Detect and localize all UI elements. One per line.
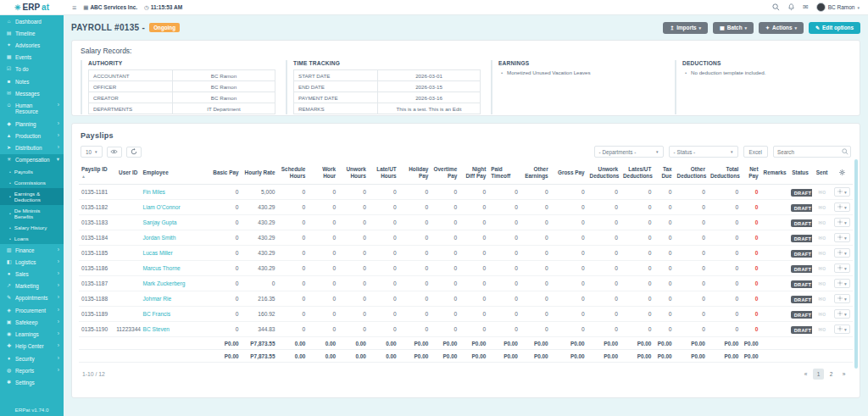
sidebar-item[interactable]: ▦ Events: [0, 52, 64, 64]
search-icon[interactable]: [772, 3, 780, 11]
pagination-next-button[interactable]: »: [838, 369, 849, 380]
col-unwork-deductions[interactable]: Unwork Deductions: [587, 164, 620, 185]
col-total-deductions[interactable]: Total Deductions: [708, 164, 741, 185]
col-user-id[interactable]: User ID: [114, 164, 140, 185]
row-options-button[interactable]: ▾: [834, 248, 850, 258]
col-net-pay[interactable]: Net Pay: [741, 164, 760, 185]
sidebar-sub-item[interactable]: • Earnings & Deductions: [0, 188, 64, 205]
col-schedule-hours[interactable]: Schedule Hours: [277, 164, 308, 185]
pagination-page-2[interactable]: 2: [826, 369, 837, 380]
payslip-row[interactable]: 0135-1185 Lucas Miller 0 430.29 0 0 0 0 …: [79, 246, 853, 261]
row-options-button[interactable]: ▾: [834, 294, 850, 303]
sidebar-item[interactable]: ◉ Learnings ›: [0, 329, 64, 341]
sidebar-sub-item[interactable]: • Loans: [0, 233, 64, 244]
employee-link[interactable]: Lucas Miller: [143, 250, 173, 256]
page-size-select[interactable]: 10▾: [81, 146, 103, 158]
sidebar-item[interactable]: ↗ Marketing ›: [0, 280, 64, 292]
employee-link[interactable]: Jordan Smith: [143, 235, 176, 241]
col-sent[interactable]: Sent: [812, 164, 831, 185]
payslip-row[interactable]: 0135-1184 Jordan Smith 0 430.29 0 0 0 0 …: [79, 230, 853, 246]
sidebar-sub-item[interactable]: • De Minimis Benefits: [0, 205, 64, 222]
col-holiday-pay[interactable]: Holiday Pay: [399, 164, 431, 185]
pagination-page-1[interactable]: 1: [813, 369, 824, 380]
col-overtime-pay[interactable]: Overtime Pay: [431, 164, 459, 185]
row-options-button[interactable]: ▾: [834, 279, 850, 288]
sidebar-item[interactable]: ✉ Messages: [0, 87, 64, 99]
col-other-deductions[interactable]: Other Deductions: [675, 164, 708, 185]
sidebar-item[interactable]: ♦ Security ›: [0, 352, 64, 364]
notifications-bell-icon[interactable]: [787, 3, 795, 11]
col-late-ut-hours[interactable]: Late/UT Hours: [369, 164, 399, 185]
payslip-row[interactable]: 0135-1188 Johmar Rie 0 216.35 0 0 0 0 0 …: [79, 291, 853, 307]
row-options-button[interactable]: ▾: [834, 233, 850, 242]
row-options-button[interactable]: ▾: [834, 202, 850, 212]
actions-button[interactable]: ✦ Actions▾: [759, 22, 804, 34]
status-filter-select[interactable]: - Status -▾: [669, 146, 738, 158]
row-options-button[interactable]: ▾: [834, 309, 850, 319]
payslip-row[interactable]: 0135-1181 Fin Miles 0 5,000 0 0 0 0 0 0 …: [79, 185, 853, 200]
row-options-button[interactable]: ▾: [834, 263, 850, 273]
sidebar-item[interactable]: ◈ Procurement ›: [0, 304, 64, 316]
table-scrollbar[interactable]: [854, 159, 858, 369]
sidebar-item[interactable]: ⌂ Dashboard: [0, 15, 64, 27]
excel-export-button[interactable]: Excel: [743, 146, 768, 158]
col-unwork-hours[interactable]: Unwork Hours: [338, 164, 369, 185]
sidebar-item[interactable]: ■ Notes: [0, 75, 64, 87]
col-hourly-rate[interactable]: Hourly Rate: [242, 164, 278, 185]
col-paid-timeoff[interactable]: Paid Timeoff: [488, 164, 520, 185]
employee-link[interactable]: Johmar Rie: [143, 296, 172, 302]
sidebar-item[interactable]: ◧ Logistics ›: [0, 256, 64, 268]
col-payslip-id[interactable]: Payslip ID ▲: [79, 164, 114, 185]
col-employee[interactable]: Employee: [141, 164, 203, 185]
sidebar-item[interactable]: ☑ To do: [0, 64, 64, 75]
payslip-row[interactable]: 0135-1190 11223344 BC Steven 0 344.83 0 …: [79, 322, 853, 337]
sidebar-item[interactable]: ● Sales ›: [0, 269, 64, 280]
payslip-row[interactable]: 0135-1182 Liam O'Connor 0 430.29 0 0 0 0…: [79, 200, 853, 215]
col-lates-ut-deductions[interactable]: Lates/UT Deductions: [620, 164, 654, 185]
col-other-earnings[interactable]: Other Earnings: [520, 164, 551, 185]
payslip-row[interactable]: 0135-1187 Mark Zuckerberg 0 0 0 0 0 0 0 …: [79, 276, 853, 291]
col-night-diff-pay[interactable]: Night Diff Pay: [459, 164, 488, 185]
sidebar-sub-item[interactable]: • Payrolls: [0, 166, 64, 177]
col-basic-pay[interactable]: Basic Pay: [203, 164, 242, 185]
payslip-row[interactable]: 0135-1189 BC Francis 0 160.92 0 0 0 0 0 …: [79, 307, 853, 322]
departments-filter-select[interactable]: - Departments -▾: [594, 146, 664, 158]
col-options[interactable]: [832, 164, 853, 185]
search-input[interactable]: [777, 149, 842, 155]
app-logo[interactable]: ✳ ERPat: [0, 3, 64, 12]
sidebar-sub-item[interactable]: • Salary History: [0, 222, 64, 233]
sidebar-sub-item[interactable]: • Commissions: [0, 177, 64, 188]
sidebar-item[interactable]: ✚ Help Center ›: [0, 341, 64, 352]
pagination-prev-button[interactable]: «: [800, 369, 811, 380]
sidebar-item[interactable]: ☺ Human Resource ›: [0, 100, 64, 118]
row-options-button[interactable]: ▾: [834, 324, 850, 334]
employee-link[interactable]: BC Steven: [143, 326, 170, 332]
employee-link[interactable]: Liam O'Connor: [143, 204, 181, 210]
employee-link[interactable]: BC Francis: [143, 311, 171, 317]
menu-toggle-icon[interactable]: ≡: [72, 3, 76, 12]
sidebar-item[interactable]: ▤ Timeline: [0, 27, 64, 39]
col-work-hour[interactable]: Work Hour: [308, 164, 338, 185]
edit-options-button[interactable]: ✎ Edit options: [809, 22, 860, 34]
employee-link[interactable]: Sanjay Gupta: [143, 219, 177, 225]
sidebar-item[interactable]: ◆ Planning ›: [0, 118, 64, 130]
imports-button[interactable]: ↥ Imports▾: [663, 22, 708, 34]
employee-link[interactable]: Fin Miles: [143, 189, 165, 195]
col-remarks[interactable]: Remarks: [761, 164, 788, 185]
employee-link[interactable]: Mark Zuckerberg: [143, 280, 186, 286]
batch-button[interactable]: ▦ Batch▾: [713, 22, 754, 34]
col-gross-pay[interactable]: Gross Pay: [551, 164, 587, 185]
payslip-row[interactable]: 0135-1186 Marcus Thorne 0 430.29 0 0 0 0…: [79, 261, 853, 276]
row-options-button[interactable]: ▾: [834, 218, 850, 227]
sidebar-item[interactable]: ▣ Safekeep ›: [0, 316, 64, 328]
sidebar-item[interactable]: ▲ Production ›: [0, 130, 64, 141]
preview-button[interactable]: [107, 147, 122, 158]
mail-icon[interactable]: ✉: [803, 3, 809, 11]
employee-link[interactable]: Marcus Thorne: [143, 265, 181, 271]
sidebar-item[interactable]: ✦ Advisories: [0, 39, 64, 51]
refresh-button[interactable]: [126, 147, 142, 158]
payslip-row[interactable]: 0135-1183 Sanjay Gupta 0 430.29 0 0 0 0 …: [79, 215, 853, 230]
sidebar-item[interactable]: ➤ Distribution ›: [0, 142, 64, 154]
user-menu[interactable]: BC Ramon ▾: [816, 3, 860, 12]
sidebar-item[interactable]: ✎ Appointments ›: [0, 292, 64, 304]
